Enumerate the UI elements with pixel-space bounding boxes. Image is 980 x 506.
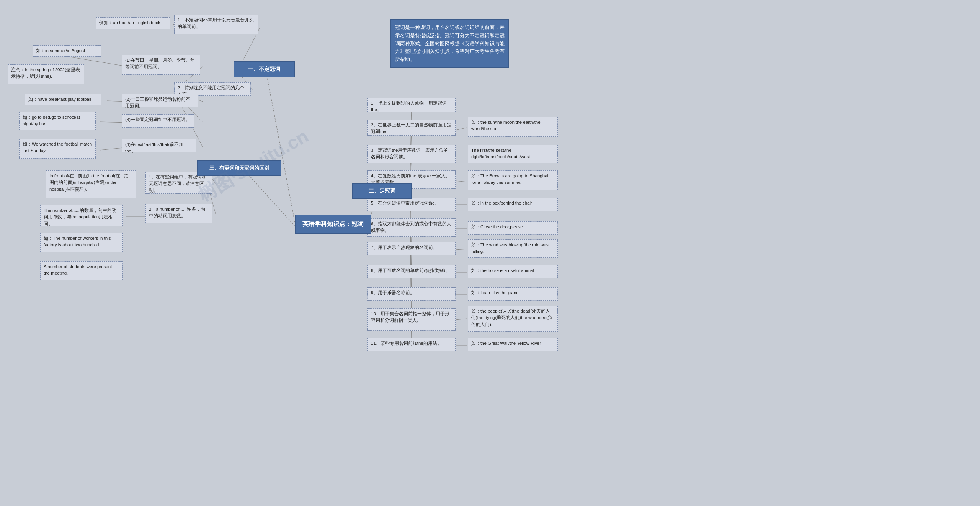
box-rb9-ex: 如：I can play the piano. (468, 287, 558, 301)
box-mb8: 2、a number of......许多，句中的动词用复数。 (145, 204, 212, 223)
box-mb5: (3)一些固定冠词组中不用冠词。 (122, 114, 194, 128)
box-rb6-ex: 如：Close the door,please. (468, 221, 558, 235)
svg-line-36 (456, 181, 467, 182)
rb5-ex-text: 如：in the box/behind the chair (471, 201, 532, 205)
rb2-ex-text: 如：the sun/the moon/the earth/the world/t… (471, 120, 541, 131)
rb8-text: 8、用于可数名词的单数前(统指类别)。 (371, 268, 450, 273)
section-indefinite: 一、不定冠词 (234, 61, 295, 77)
mb6-text: (4)在next/last/this/that/前不加the。 (125, 142, 183, 153)
rb1-text: 1、指上文提到过的人或物，用定冠词the。 (371, 101, 447, 112)
lb10-text: A number of students were present the me… (44, 264, 112, 275)
mb1-text: 1、不定冠词an常用于以元音发音开头的单词前。 (178, 18, 254, 29)
box-rb11: 11、某些专用名词前加the的用法。 (368, 338, 456, 351)
mb7-text: 1、在有些词组中，有冠词和无冠词意思不同，请注意区别。 (149, 175, 206, 193)
rb6-text: 6、指双方都能体会到的或心中有数的人或事物。 (371, 221, 451, 233)
lb5-text: 如：go to bed/go to school/at night/by bus… (23, 115, 80, 126)
rb5-text: 5、在介词短语中常用定冠词the。 (371, 201, 439, 205)
mind-map: 英语学科知识点：冠词 冠词是一种虚词，用在名词或名词词组的前面，表示名词是特指或… (0, 0, 980, 506)
central-label: 英语学科知识点：冠词 (302, 220, 364, 228)
lb7-text: In front of(在...前面)in the front of(在...范… (49, 174, 128, 192)
box-rb10: 10、用于集合名词前指一整体，用于形容词和分词前指一类人。 (368, 308, 456, 331)
rb7-ex-text: 如：The wind was blowing/the rain was fall… (471, 242, 549, 254)
mb4-text: (2)一日三餐和球类运动名称前不用冠词。 (125, 97, 190, 108)
box-mb1: 1、不定冠词an常用于以元音发音开头的单词前。 (174, 15, 258, 34)
rb9-text: 9、用于乐器名称前。 (371, 290, 415, 295)
box-lb7: In front of(在...前面)in the front of(在...范… (46, 170, 136, 198)
box-rb8: 8、用于可数名词的单数前(统指类别)。 (368, 265, 456, 278)
box-rb7: 7、用于表示自然现象的名词前。 (368, 242, 456, 255)
box-lb1: 例如：an hour/an English book (96, 17, 170, 29)
svg-line-39 (456, 249, 467, 250)
rb6-ex-text: 如：Close the door,please. (471, 224, 524, 229)
box-rb8-ex: 如：the horse is a useful animal (468, 265, 558, 278)
rb8-ex-text: 如：the horse is a useful animal (471, 268, 534, 273)
rb4-ex-text: 如：The Browns are going to Shanghai for a… (471, 174, 548, 185)
box-rb11-ex: 如：the Great Wall/the Yellow River (468, 338, 558, 351)
box-mb2: (1)在节日、星期、月份、季节、年等词前不用冠词。 (122, 55, 200, 75)
box-rb2: 2、在世界上独一无二的自然物前面用定冠词the. (368, 120, 456, 136)
mb8-text: 2、a number of......许多，句中的动词用复数。 (149, 207, 205, 218)
rb7-text: 7、用于表示自然现象的名词前。 (371, 245, 438, 250)
rb2-text: 2、在世界上独一无二的自然物前面用定冠词the. (371, 123, 451, 134)
rb3-text: 3、定冠词the用于序数词，表示方位的名词和形容词前。 (371, 148, 448, 159)
section-definite: 二、定冠词 (352, 183, 412, 199)
box-rb5: 5、在介词短语中常用定冠词the。 (368, 198, 456, 211)
rb11-text: 11、某些专用名词前加the的用法。 (371, 341, 442, 346)
box-rb7-ex: 如：The wind was blowing/the rain was fall… (468, 239, 558, 258)
box-rb2-ex: 如：the sun/the moon/the earth/the world/t… (468, 117, 558, 137)
box-lb3: 注意：in the spring of 2002(这里表示特指，所以加the). (8, 64, 84, 84)
section-diff: 三、有冠词和无冠词的区别 (197, 160, 281, 176)
box-rb3: 3、定冠词the用于序数词，表示方位的名词和形容词前。 (368, 145, 456, 163)
box-mb4: (2)一日三餐和球类运动名称前不用冠词。 (122, 94, 198, 107)
box-lb5: 如：go to bed/go to school/at night/by bus… (19, 112, 96, 130)
central-node: 英语学科知识点：冠词 (295, 215, 371, 234)
mb5-text: (3)一些固定冠词组中不用冠词。 (125, 117, 190, 122)
box-lb9: 如：The number of workers in this factory … (40, 233, 122, 252)
rb11-ex-text: 如：the Great Wall/the Yellow River (471, 341, 541, 346)
box-rb5-ex: 如：in the box/behind the chair (468, 198, 558, 211)
mb2-text: (1)在节日、星期、月份、季节、年等词前不用冠词。 (125, 58, 195, 69)
box-rb4-ex: 如：The Browns are going to Shanghai for a… (468, 170, 558, 190)
lb1-text: 例如：an hour/an English book (99, 20, 160, 25)
svg-line-34 (456, 128, 467, 130)
lb6-text: 如：We watched the football match last Sun… (23, 142, 92, 153)
box-lb2: 如：in summer/in August (33, 45, 101, 57)
right-description: 冠词是一种虚词，用在名词或名词词组的前面，表示名词是特指或泛指。冠词可分为不定冠… (390, 19, 509, 68)
section-indefinite-label: 一、不定冠词 (248, 66, 280, 73)
lb3-text: 注意：in the spring of 2002(这里表示特指，所以加the). (11, 67, 80, 79)
lb8-text: The number of......的数量，句中的动词用单数，与the pop… (44, 208, 116, 226)
right-desc-text: 冠词是一种虚词，用在名词或名词词组的前面，表示名词是特指或泛指。冠词可分为不定冠… (395, 25, 505, 62)
rb9-ex-text: 如：I can play the piano. (471, 290, 520, 295)
box-rb3-ex: The first/the best/the right/left/east/n… (468, 145, 558, 163)
box-rb10-ex: 如：the people(人民)the dead(死去的人们)the dying… (468, 306, 558, 332)
box-rb6: 6、指双方都能体会到的或心中有数的人或事物。 (368, 218, 456, 237)
box-lb10: A number of students were present the me… (40, 261, 122, 280)
svg-line-0 (266, 71, 295, 222)
svg-line-2 (243, 169, 295, 226)
box-rb9: 9、用于乐器名称前。 (368, 287, 456, 301)
box-lb4: 如：have breakfast/play football (25, 94, 101, 105)
box-rb1: 1、指上文提到过的人或物，用定冠词the。 (368, 98, 456, 112)
rb10-text: 10、用于集合名词前指一整体，用于形容词和分词前指一类人。 (371, 311, 449, 323)
box-mb6: (4)在next/last/this/that/前不加the。 (122, 139, 196, 152)
section-definite-label: 二、定冠词 (369, 188, 395, 195)
lb4-text: 如：have breakfast/play football (28, 97, 91, 102)
lb9-text: 如：The number of workers in this factory … (44, 236, 111, 247)
rb3-ex-text: The first/the best/the right/left/east/n… (471, 148, 530, 159)
lb2-text: 如：in summer/in August (36, 48, 85, 53)
section-diff-label: 三、有冠词和无冠词的区别 (209, 165, 269, 172)
box-lb8: The number of......的数量，句中的动词用单数，与the pop… (40, 205, 122, 226)
rb10-ex-text: 如：the people(人民)the dead(死去的人们)the dying… (471, 309, 552, 327)
svg-line-42 (456, 319, 467, 320)
box-lb6: 如：We watched the football match last Sun… (19, 139, 96, 159)
